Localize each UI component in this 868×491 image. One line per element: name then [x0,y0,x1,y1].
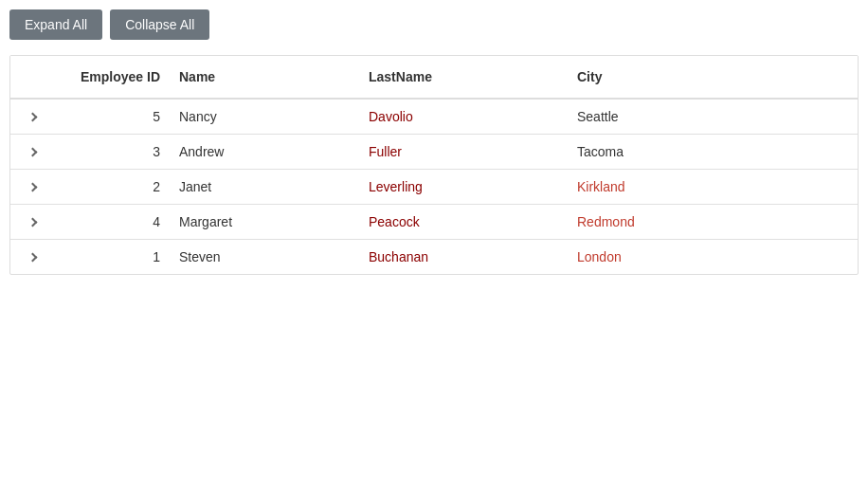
expand-all-button[interactable]: Expand All [9,9,102,40]
cell-name: Steven [172,246,361,268]
table-row[interactable]: 2JanetLeverlingKirkland [10,170,858,205]
expand-row-icon[interactable] [10,114,48,120]
chevron-right-icon [27,217,37,227]
cell-lastname: Davolio [361,105,570,128]
cell-city: Redmond [570,210,759,233]
employee-grid: Employee ID Name LastName City 5NancyDav… [9,55,859,275]
collapse-all-button[interactable]: Collapse All [110,9,209,40]
header-employee-id: Employee ID [48,65,172,88]
header-expand [10,65,48,88]
cell-employee-id: 5 [48,105,172,128]
cell-name: Nancy [172,105,361,128]
cell-city: Tacoma [570,140,759,163]
cell-city: London [570,246,759,268]
chevron-right-icon [27,182,37,191]
cell-name: Janet [172,175,361,198]
header-name: Name [172,65,361,88]
cell-lastname: Peacock [361,210,570,233]
cell-employee-id: 2 [48,175,172,198]
expand-row-icon[interactable] [10,184,48,191]
chevron-right-icon [27,112,37,121]
table-row[interactable]: 3AndrewFullerTacoma [10,135,858,170]
cell-city: Kirkland [570,175,759,198]
cell-lastname: Fuller [361,140,570,163]
cell-city: Seattle [570,105,759,128]
cell-employee-id: 3 [48,140,172,163]
cell-name: Andrew [172,140,361,163]
chevron-right-icon [27,252,37,262]
cell-lastname: Leverling [361,175,570,198]
grid-body: 5NancyDavolioSeattle3AndrewFullerTacoma2… [10,100,858,274]
toolbar: Expand All Collapse All [9,9,859,40]
header-lastname: LastName [361,65,570,88]
chevron-right-icon [27,147,37,156]
cell-employee-id: 1 [48,246,172,268]
expand-row-icon[interactable] [10,149,48,155]
cell-name: Margaret [172,210,361,233]
table-row[interactable]: 4MargaretPeacockRedmond [10,205,858,240]
header-city: City [570,65,759,88]
table-row[interactable]: 5NancyDavolioSeattle [10,100,858,135]
expand-row-icon[interactable] [10,219,48,226]
cell-employee-id: 4 [48,210,172,233]
table-row[interactable]: 1StevenBuchananLondon [10,240,858,274]
expand-row-icon[interactable] [10,254,48,261]
cell-lastname: Buchanan [361,246,570,268]
grid-header: Employee ID Name LastName City [10,56,858,100]
